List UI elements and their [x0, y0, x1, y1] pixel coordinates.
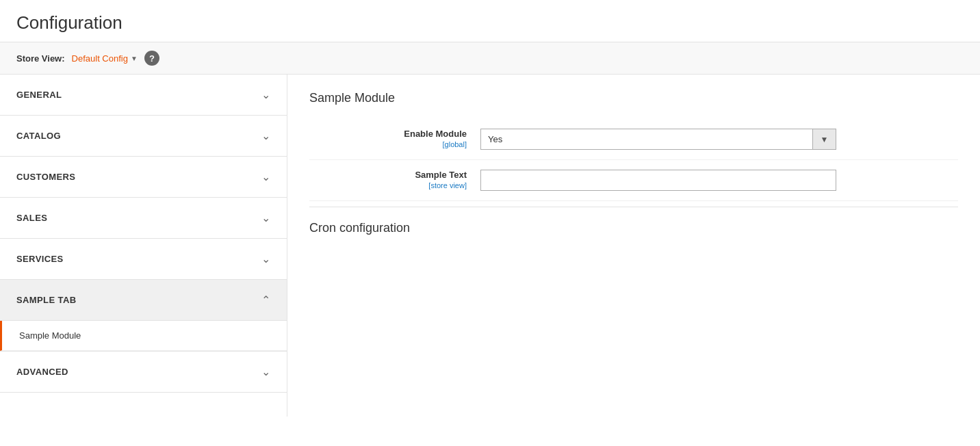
- config-row-sample-text: Sample Text [store view]: [309, 160, 958, 201]
- sidebar-item-advanced-label: ADVANCED: [16, 367, 68, 377]
- sidebar-item-customers-header[interactable]: CUSTOMERS ⌄: [0, 157, 287, 197]
- page-wrapper: Configuration Store View: Default Config…: [0, 0, 980, 446]
- sidebar-item-advanced-header[interactable]: ADVANCED ⌄: [0, 352, 287, 392]
- section-divider: [309, 207, 958, 207]
- config-value-enable-module: Yes No ▼: [480, 129, 958, 150]
- chevron-down-icon: ⌄: [261, 252, 270, 265]
- sidebar-item-sales: SALES ⌄: [0, 198, 287, 239]
- help-icon[interactable]: ?: [144, 51, 159, 66]
- sidebar-item-sample-tab-label: SAMPLE TAB: [16, 295, 76, 305]
- store-view-value: Default Config: [72, 53, 128, 64]
- store-view-label: Store View:: [16, 53, 65, 64]
- sidebar-item-customers: CUSTOMERS ⌄: [0, 157, 287, 198]
- sidebar-item-services-label: SERVICES: [16, 254, 64, 264]
- page-title: Configuration: [16, 12, 964, 34]
- sidebar-item-sample-tab-header[interactable]: SAMPLE TAB ⌃: [0, 280, 287, 320]
- sidebar-item-general-label: GENERAL: [16, 90, 62, 100]
- chevron-down-icon: ⌄: [261, 211, 270, 224]
- store-view-bar: Store View: Default Config ▼ ?: [0, 42, 980, 75]
- sidebar-item-sales-label: SALES: [16, 213, 47, 223]
- sidebar: GENERAL ⌄ CATALOG ⌄ CUSTOMERS ⌄: [0, 75, 287, 417]
- section1-title: Sample Module: [309, 91, 958, 105]
- chevron-down-icon: ⌄: [261, 88, 270, 101]
- sidebar-item-catalog-header[interactable]: CATALOG ⌄: [0, 116, 287, 156]
- chevron-down-icon: ⌄: [261, 170, 270, 183]
- sample-text-label: Sample Text: [309, 170, 467, 180]
- page-header: Configuration: [0, 0, 980, 42]
- chevron-down-icon: ⌄: [261, 129, 270, 142]
- sidebar-item-catalog: CATALOG ⌄: [0, 116, 287, 157]
- sample-text-scope: [store view]: [309, 181, 467, 189]
- config-label-enable-module: Enable Module [global]: [309, 129, 480, 148]
- config-label-sample-text: Sample Text [store view]: [309, 170, 480, 189]
- config-value-sample-text: [480, 170, 958, 191]
- chevron-down-icon: ⌄: [261, 365, 270, 378]
- sidebar-item-services-header[interactable]: SERVICES ⌄: [0, 239, 287, 279]
- enable-module-select-btn[interactable]: ▼: [812, 129, 836, 149]
- sidebar-submenu-sample-tab: Sample Module: [0, 320, 287, 351]
- enable-module-scope: [global]: [309, 140, 467, 148]
- sidebar-item-services: SERVICES ⌄: [0, 239, 287, 280]
- enable-module-select[interactable]: Yes No: [481, 129, 812, 149]
- sample-text-input[interactable]: [480, 170, 836, 191]
- chevron-down-icon: ▼: [131, 55, 138, 62]
- section2-title: Cron configuration: [309, 221, 958, 235]
- sidebar-item-general: GENERAL ⌄: [0, 75, 287, 116]
- sidebar-item-sample-tab: SAMPLE TAB ⌃ Sample Module: [0, 280, 287, 352]
- sidebar-item-general-header[interactable]: GENERAL ⌄: [0, 75, 287, 115]
- chevron-up-icon: ⌃: [261, 293, 270, 306]
- enable-module-select-wrapper: Yes No ▼: [480, 129, 836, 150]
- sidebar-item-sales-header[interactable]: SALES ⌄: [0, 198, 287, 238]
- sidebar-item-catalog-label: CATALOG: [16, 131, 61, 141]
- store-view-selector[interactable]: Default Config ▼: [72, 53, 138, 64]
- config-row-enable-module: Enable Module [global] Yes No ▼: [309, 119, 958, 160]
- content-area: GENERAL ⌄ CATALOG ⌄ CUSTOMERS ⌄: [0, 75, 980, 417]
- sidebar-subitem-sample-module-label: Sample Module: [19, 330, 81, 341]
- sidebar-subitem-sample-module[interactable]: Sample Module: [0, 321, 287, 351]
- main-content: Sample Module Enable Module [global] Yes…: [287, 75, 980, 417]
- sidebar-item-customers-label: CUSTOMERS: [16, 172, 75, 182]
- enable-module-label: Enable Module: [309, 129, 467, 139]
- sidebar-item-advanced: ADVANCED ⌄: [0, 352, 287, 393]
